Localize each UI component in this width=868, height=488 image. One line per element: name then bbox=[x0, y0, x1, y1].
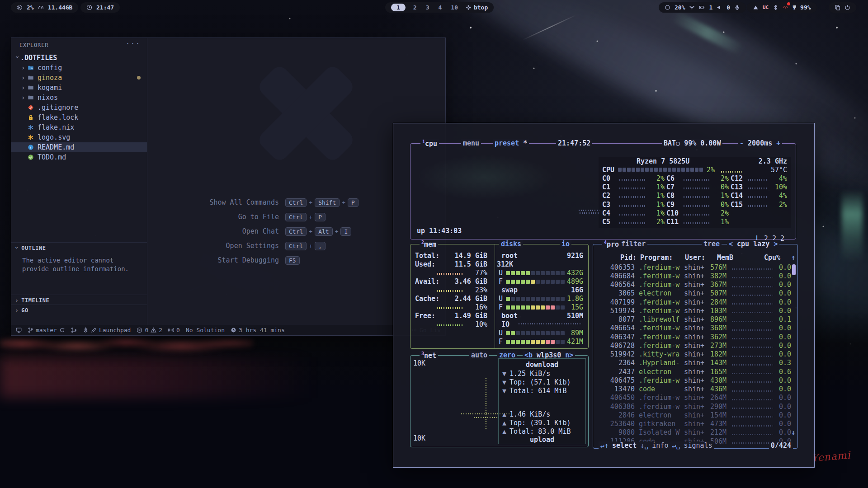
tree-item[interactable]: .gitignore bbox=[11, 103, 147, 113]
brightness-icon[interactable] bbox=[665, 5, 670, 10]
process-row[interactable]: 406347.ferdium-wshin+362M0.0 bbox=[596, 333, 791, 341]
mem-meter bbox=[437, 290, 463, 292]
process-row[interactable]: 9080Isolated Wshin+212M0.0 bbox=[596, 428, 791, 437]
process-name: gitkraken bbox=[639, 420, 682, 428]
process-row[interactable]: 8077.librewolfshin+896M0.1 bbox=[596, 315, 791, 324]
process-row[interactable]: 406353.ferdium-wshin+576M0.0 bbox=[596, 263, 791, 272]
process-row[interactable]: 406450.ferdium-wshin+264M0.0 bbox=[596, 394, 791, 402]
tree-item[interactable]: logo.svg bbox=[11, 132, 147, 142]
net-box-title[interactable]: 3net bbox=[420, 351, 438, 360]
remote-indicator-button[interactable] bbox=[16, 327, 22, 333]
scroll-up-arrow[interactable]: ↑ bbox=[791, 253, 795, 262]
workspace-button-3[interactable]: 3 bbox=[425, 4, 431, 11]
app-tray-icon[interactable] bbox=[783, 4, 788, 11]
core-column: C62%C70%C81%C90%C102%C111% bbox=[666, 174, 729, 226]
workspace-button-10[interactable]: 10 bbox=[449, 4, 459, 11]
power-icon[interactable] bbox=[844, 5, 850, 10]
tree-item[interactable]: ›kogami bbox=[11, 83, 147, 93]
tree-root[interactable]: ›.DOTFILES bbox=[11, 53, 147, 63]
bar-block bbox=[551, 340, 555, 344]
scroll-down-arrow[interactable]: ↓ bbox=[791, 428, 795, 436]
disk-row: 312K bbox=[495, 260, 589, 269]
git-branch-button[interactable]: master bbox=[28, 327, 65, 333]
timeline-section-header[interactable]: › TIMELINE bbox=[11, 295, 147, 304]
time-tracker-button[interactable]: 3 hrs 41 mins bbox=[231, 327, 285, 333]
signals-label[interactable]: signals bbox=[684, 441, 712, 450]
keyboard-shortcut-watermark: Show All CommandsCtrl+Shift+PGo to FileC… bbox=[202, 198, 401, 271]
problems-button[interactable]: 0 2 bbox=[137, 327, 162, 333]
proc-scrollbar[interactable] bbox=[792, 264, 796, 275]
process-row[interactable]: 406386.ferdium-wshin+290M0.0 bbox=[596, 402, 791, 411]
bar-block bbox=[536, 280, 540, 284]
go-section-header[interactable]: › GO bbox=[11, 305, 147, 314]
workspace-button-1[interactable]: 1 bbox=[391, 4, 406, 11]
microphone-icon[interactable] bbox=[734, 5, 740, 10]
tree-item[interactable]: ›nixos bbox=[11, 93, 147, 103]
process-row[interactable]: 406654.ferdium-wshin+368M0.0 bbox=[596, 324, 791, 333]
process-row[interactable]: 2437electronshin+165M0.6 bbox=[596, 367, 791, 376]
uc-app-tray-icon[interactable]: UC bbox=[763, 5, 769, 10]
process-row[interactable]: 406475.ferdium-wshin+430M0.0 bbox=[596, 376, 791, 385]
info-label[interactable]: info bbox=[652, 441, 668, 450]
process-row[interactable]: 406564.ferdium-wshin+367M0.0 bbox=[596, 281, 791, 289]
clipboard-icon[interactable] bbox=[835, 5, 840, 10]
pid-header[interactable]: Pid: bbox=[611, 253, 637, 262]
process-row[interactable]: 407199.ferdium-wshin+284M0.0 bbox=[596, 298, 791, 306]
workspace-button-4[interactable]: 4 bbox=[437, 4, 443, 11]
tree-item[interactable]: flake.lock bbox=[11, 113, 147, 122]
process-row[interactable]: 406728.ferdium-wshin+273M0.0 bbox=[596, 341, 791, 350]
wifi-icon[interactable] bbox=[689, 5, 695, 10]
speaker-icon[interactable] bbox=[717, 5, 722, 10]
proc-filter-button[interactable]: filter bbox=[619, 240, 647, 248]
mem-box-title[interactable]: 2mem bbox=[420, 240, 438, 249]
disk-bar-label: F bbox=[499, 303, 503, 311]
upload-stats: ▲1.46 KiB/s▲Top: (39.1 Kib)▲Total: 83.0 … bbox=[499, 410, 585, 436]
proc-tree-toggle[interactable]: tree bbox=[702, 240, 722, 248]
process-row[interactable]: 13470codeshin+436M0.0 bbox=[596, 385, 791, 394]
tree-item[interactable]: TODO.md bbox=[11, 152, 147, 162]
bar-block bbox=[516, 280, 520, 284]
process-name: .librewolf bbox=[639, 315, 682, 324]
git-graph-button[interactable] bbox=[71, 327, 77, 333]
cpu-header[interactable]: Cpu% bbox=[764, 253, 780, 262]
preset-button[interactable]: preset * bbox=[493, 139, 529, 147]
disks-panel: root921G312KU432GF489Gswap16GU1.8GF15Gbo… bbox=[495, 244, 589, 348]
network-tray-icon[interactable] bbox=[753, 5, 759, 10]
mem-stat-label: Total: bbox=[415, 252, 439, 260]
proc-sort-selector[interactable]: < cpu lazy > bbox=[727, 240, 779, 248]
process-cpu-graph bbox=[732, 399, 773, 400]
net-auto-toggle[interactable]: auto bbox=[469, 351, 489, 359]
ports-button[interactable]: 0 bbox=[168, 327, 180, 333]
solution-status[interactable]: No Solution bbox=[186, 327, 225, 333]
proc-footer: ↵↑ select ↓␣ info ↵␣ signals bbox=[599, 441, 714, 450]
program-header[interactable]: Program: bbox=[640, 253, 673, 262]
outline-section-header[interactable]: › OUTLINE bbox=[11, 242, 147, 251]
process-row[interactable]: 2364.Hyprland-shin+143M0.3 bbox=[596, 359, 791, 367]
process-cpu: 0.0 bbox=[777, 394, 791, 402]
process-name: .ferdium-w bbox=[639, 342, 682, 350]
memb-header[interactable]: MemB bbox=[717, 253, 733, 262]
mem-stat-label: Cache: bbox=[415, 295, 439, 303]
process-row[interactable]: 2846electronshin+154M0.0 bbox=[596, 411, 791, 419]
process-row[interactable]: 3065electronshin+507M0.0 bbox=[596, 289, 791, 298]
tree-item[interactable]: README.md bbox=[11, 142, 147, 152]
user-header[interactable]: User: bbox=[685, 253, 705, 262]
menu-button[interactable]: menu bbox=[461, 139, 481, 147]
process-row[interactable]: 406684.ferdium-wshin+382M0.0 bbox=[596, 272, 791, 280]
refresh-interval-control[interactable]: - 2000ms + bbox=[738, 139, 782, 147]
tree-item[interactable]: flake.nix bbox=[11, 122, 147, 132]
process-row[interactable]: 519942.kitty-wrashin+182M0.0 bbox=[596, 350, 791, 359]
disk-size: 921G bbox=[567, 252, 583, 260]
bluetooth-icon[interactable] bbox=[773, 5, 778, 10]
tree-item[interactable]: ›config bbox=[11, 63, 147, 73]
cpu-box-title[interactable]: 1cpu bbox=[420, 139, 439, 148]
workspace-button-2[interactable]: 2 bbox=[412, 4, 418, 11]
tree-item[interactable]: ›ginoza bbox=[11, 73, 147, 83]
process-cpu-graph bbox=[732, 329, 773, 331]
launchpad-button[interactable]: Launchpad bbox=[83, 327, 131, 333]
process-row[interactable]: 253640gitkrakenshin+473M0.0 bbox=[596, 420, 791, 428]
process-row[interactable]: 519974.ferdium-wshin+103M0.0 bbox=[596, 306, 791, 315]
select-label[interactable]: select bbox=[612, 441, 637, 450]
net-stat-row: ▲1.46 KiB/s bbox=[499, 410, 585, 418]
explorer-more-actions-button[interactable]: ··· bbox=[126, 40, 141, 48]
